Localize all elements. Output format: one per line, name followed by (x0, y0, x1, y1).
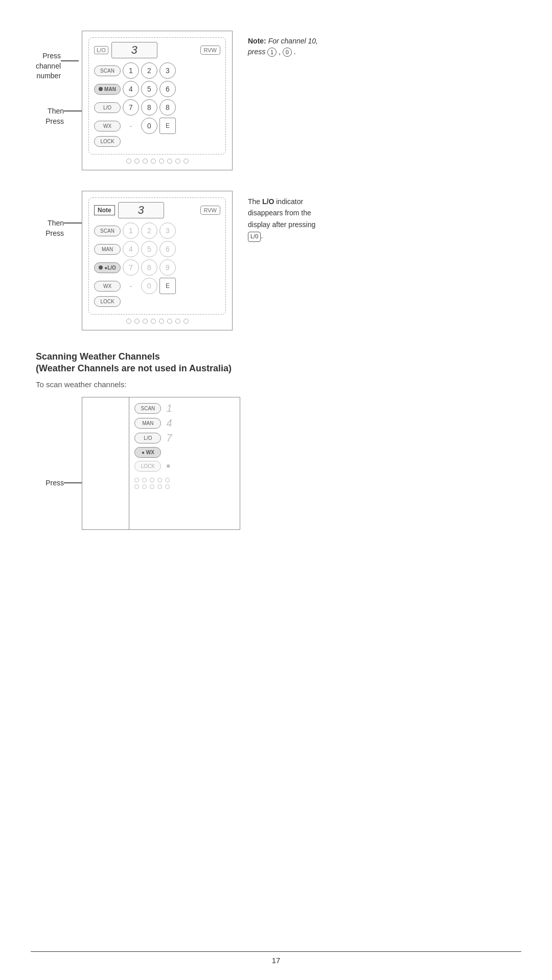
w-row-man: MAN 4 (134, 417, 235, 429)
key-row-wx-2: WX · 0 E (94, 278, 220, 294)
scan-key-2: SCAN (94, 226, 121, 236)
keypad-grid-1: SCAN 1 2 3 MAN 4 5 6 L/O (94, 62, 220, 147)
w-lo-key: L/O (134, 433, 161, 443)
key-0-1: 0 (141, 118, 157, 134)
lo-badge-1: L/O (94, 46, 108, 54)
key-row-lo-1: L/O 7 8 8 (94, 99, 220, 116)
note-badge-2: Note (94, 205, 115, 215)
key-row-wx-1: WX · 0 E (94, 118, 220, 134)
section-heading: Scanning Weather Channels (Weather Chann… (36, 351, 516, 375)
label-then-press: Then Press (36, 107, 82, 125)
w-row-lo: L/O 7 (134, 432, 235, 444)
man-key-2: MAN (94, 244, 121, 255)
dot-key-1: · (123, 118, 139, 134)
key-5-1: 5 (141, 81, 157, 97)
key-5-2: 5 (141, 241, 157, 257)
key-row-lo-2: ●L/O 7 8 9 (94, 259, 220, 276)
w-man-key: MAN (134, 418, 161, 429)
keypad-display-2: Note 3 RVW SCAN 1 2 3 MAN (88, 197, 226, 315)
w-num1: 1 (166, 403, 172, 414)
diagram2-device-wrapper: Then Press Note 3 RVW (36, 191, 233, 330)
scanning-section: Scanning Weather Channels (Weather Chann… (36, 351, 516, 530)
key-row-scan-1: SCAN 1 2 3 (94, 62, 220, 79)
wx-key-2: WX (94, 281, 121, 292)
key-0-2: 0 (141, 278, 157, 294)
display-row-1: L/O 3 RVW (94, 42, 220, 58)
key-1-2: 1 (123, 222, 139, 239)
key-4-1: 4 (123, 81, 139, 97)
diagram1-labels: Press channel number Then Press (36, 31, 82, 125)
lo-circled: L/0 (248, 232, 261, 242)
key-3-2: 3 (159, 222, 176, 239)
dots-row-1 (88, 159, 226, 164)
w-dot-key: ■ (166, 462, 170, 470)
diagram3-device: SCAN 1 MAN 4 L/O 7 ● WX LOCK (82, 397, 240, 530)
diagram1-section: Press channel number Then Press (36, 31, 516, 170)
w-num7: 7 (166, 432, 172, 444)
lock-key-2: LOCK (94, 296, 121, 307)
w-row-lock: LOCK ■ (134, 461, 235, 472)
keypad-grid-2: SCAN 1 2 3 MAN 4 5 6 ●L/O (94, 222, 220, 307)
keypad-display-1: L/O 3 RVW SCAN 1 2 3 (88, 37, 226, 154)
circled-0: 0 (283, 48, 292, 57)
weather-left (82, 397, 129, 529)
key-9-2: 9 (159, 259, 176, 276)
note1-label: Note: (248, 37, 266, 45)
e-key-2: E (159, 278, 176, 294)
key-4-2: 4 (123, 241, 139, 257)
diagram1-device-wrapper: Press channel number Then Press (36, 31, 233, 170)
key-row-scan-2: SCAN 1 2 3 (94, 222, 220, 239)
display-screen-2: 3 (118, 202, 164, 218)
key-row-man-1: MAN 4 5 6 (94, 81, 220, 97)
diagram2-device: Note 3 RVW SCAN 1 2 3 MAN (82, 191, 233, 330)
man-key-1: MAN (94, 84, 121, 95)
key-row-man-2: MAN 4 5 6 (94, 241, 220, 257)
then-text-2: Then (36, 219, 64, 227)
diagram1-device: L/O 3 RVW SCAN 1 2 3 (82, 31, 233, 170)
dots-row-2 (88, 319, 226, 324)
key-6-2: 6 (159, 241, 176, 257)
w-lock-key: LOCK (134, 461, 161, 472)
then-text: Then (36, 107, 64, 115)
weather-keypad: SCAN 1 MAN 4 L/O 7 ● WX LOCK (129, 397, 240, 529)
diagram2-section: Then Press Note 3 RVW (36, 191, 516, 330)
display-screen-1: 3 (111, 42, 157, 58)
rvw-badge-2: RVW (200, 206, 220, 215)
circled-1: 1 (267, 48, 277, 57)
w-row-wx: ● WX (134, 447, 235, 458)
key-6-1: 6 (159, 81, 176, 97)
diagram3-label-area: Press (36, 397, 82, 487)
press-label-3: Press (36, 479, 64, 487)
note2-text: The L/O indicator disappears from the di… (248, 196, 315, 242)
rvw-badge-1: RVW (200, 46, 220, 55)
diagram2-labels: Then Press (36, 191, 82, 237)
page-number: 17 (0, 956, 552, 965)
w-scan-key: SCAN (134, 403, 161, 414)
note1-text: Note: For channel 10,press 1 , 0 . (248, 36, 318, 57)
key-8-1: 8 (141, 99, 157, 116)
period-1: . (294, 48, 296, 56)
key-1-1: 1 (123, 62, 139, 79)
key-8-2: 8 (141, 259, 157, 276)
lo-key-1: L/O (94, 102, 121, 113)
page-content: Press channel number Then Press (36, 31, 516, 530)
w-num4: 4 (166, 417, 172, 429)
key-2-2: 2 (141, 222, 157, 239)
press-text-2: Press (36, 229, 64, 237)
key-3-1: 3 (159, 62, 176, 79)
dot-key-2: · (123, 278, 139, 294)
w-dots (134, 478, 235, 489)
note2-area: The L/O indicator disappears from the di… (248, 191, 315, 242)
display-row-2: Note 3 RVW (94, 202, 220, 218)
diagram3-wrapper: Press SCAN 1 MAN 4 (36, 397, 516, 530)
key-row-lock-1: LOCK (94, 136, 220, 147)
note1-area: Note: For channel 10,press 1 , 0 . (248, 31, 318, 57)
key-7-1: 7 (123, 99, 139, 116)
wx-key-1: WX (94, 121, 121, 131)
scan-key-1: SCAN (94, 65, 121, 76)
w-wx-key: ● WX (134, 447, 161, 458)
w-row-scan: SCAN 1 (134, 403, 235, 414)
e-key-1: E (159, 118, 176, 134)
press-channel-text: Press channel number (36, 51, 61, 81)
label-press-channel: Press channel number (36, 51, 82, 81)
